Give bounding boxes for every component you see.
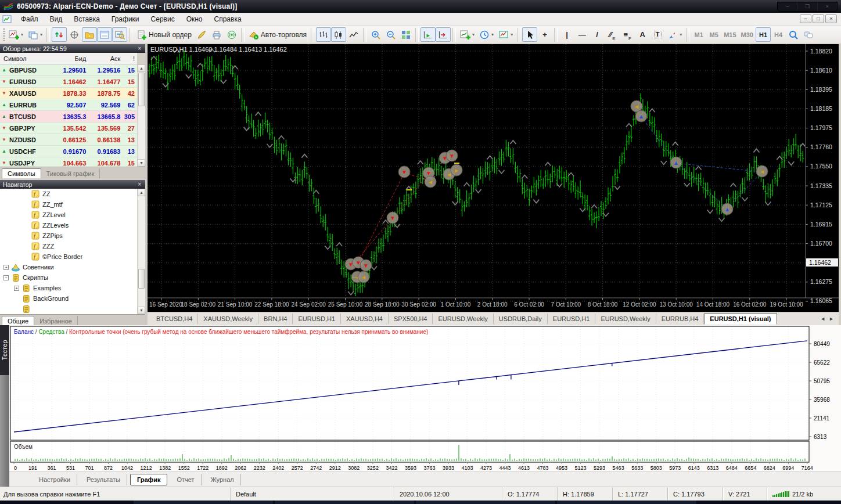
new-chart-button[interactable]: ▾	[6, 27, 26, 42]
market-watch-row-NZDUSD[interactable]: ▼NZDUSD0.661250.6613813	[0, 134, 137, 146]
chart-shift-button[interactable]	[436, 27, 451, 42]
mql5-community-button[interactable]	[224, 27, 239, 42]
text-tool-button[interactable]: A	[635, 27, 650, 42]
tree-item-ZZLevel[interactable]: fZZLevel	[0, 210, 145, 220]
chart-tab-EURUSD-H1[interactable]: EURUSD,H1	[548, 314, 596, 324]
tester-tab-результаты[interactable]: Результаты	[80, 474, 127, 485]
market-watch-row-GBPUSD[interactable]: ▲GBPUSD1.295011.2951615	[0, 64, 137, 76]
tree-item-cut[interactable]	[0, 304, 145, 314]
terminal-toggle-button[interactable]	[97, 27, 112, 42]
column-![interactable]: !	[123, 55, 137, 62]
scroll-up-icon[interactable]: ▲	[138, 189, 145, 196]
expand-plus-icon[interactable]: +	[14, 286, 19, 291]
market-watch-row-USDCHF[interactable]: ▲USDCHF0.916700.9168313	[0, 146, 137, 157]
chart-tab-XAUUSD-Weekly[interactable]: XAUUSD,Weekly	[198, 314, 258, 324]
tester-chart[interactable]: 8044965622507953596821141631301913615317…	[9, 325, 841, 471]
market-watch-tab-symbols[interactable]: Символы	[2, 168, 41, 178]
templates-list-button[interactable]: ▾	[496, 27, 515, 42]
chat-button[interactable]	[801, 27, 816, 42]
market-watch-row-XAUUSD[interactable]: ▼XAUUSD1878.331878.7542	[0, 88, 137, 99]
market-watch-row-EURUSD[interactable]: ▼EURUSD1.164621.1647715	[0, 76, 137, 88]
tree-item-ZZ[interactable]: fZZ	[0, 189, 145, 199]
menu-файл[interactable]: Файл	[15, 14, 44, 24]
tile-windows-button[interactable]	[398, 27, 414, 42]
tester-tab-журнал[interactable]: Журнал	[204, 474, 241, 485]
minimize-button[interactable]: –	[778, 2, 797, 11]
market-watch-row-EURRUB[interactable]: ▲EURRUB92.50792.56962	[0, 99, 137, 111]
menu-вид[interactable]: Вид	[44, 14, 69, 24]
navigator-tab-common[interactable]: Общие	[2, 316, 34, 326]
mdi-restore-button[interactable]: □	[813, 15, 824, 23]
chart-candles-button[interactable]	[331, 27, 346, 42]
market-watch-row-USDJPY[interactable]: ▼USDJPY104.663104.67815	[0, 157, 137, 167]
column-Бид[interactable]: Бид	[51, 55, 89, 62]
tree-item-ZZZ[interactable]: fZZZ	[0, 241, 145, 251]
metaeditor-button[interactable]	[194, 27, 209, 42]
menu-окно[interactable]: Окно	[181, 14, 209, 24]
tester-tab-график[interactable]: График	[130, 474, 168, 485]
scroll-up-icon[interactable]: ▲	[138, 64, 145, 72]
menu-сервис[interactable]: Сервис	[145, 14, 181, 24]
strategy-tester-toggle-button[interactable]	[112, 27, 127, 42]
chart-tab-USDRUB-Daily[interactable]: USDRUB,Daily	[494, 314, 548, 324]
scrollbar-thumb[interactable]	[138, 73, 145, 106]
window-controls[interactable]: –❐×	[777, 2, 838, 12]
scroll-left-icon[interactable]: ◄	[820, 316, 825, 322]
market-watch-tab-ticks[interactable]: Тиковый график	[41, 168, 100, 178]
collapse-minus-icon[interactable]: −	[3, 275, 9, 280]
tree-item-BackGround[interactable]: BackGround	[0, 293, 145, 304]
tree-item-Советники[interactable]: +Советники	[0, 262, 145, 272]
tree-item-ZZ_mtf[interactable]: fZZ_mtf	[0, 199, 145, 210]
scroll-right-icon[interactable]: ►	[829, 316, 834, 322]
tester-side-label[interactable]: Тестер	[0, 325, 9, 375]
chart-tab-XAUUSD-H4[interactable]: XAUUSD,H4	[341, 314, 389, 324]
menu-справка[interactable]: Справка	[209, 14, 247, 24]
scrollbar-thumb[interactable]	[138, 269, 145, 289]
close-icon[interactable]: ×	[136, 46, 142, 52]
close-button[interactable]: ×	[817, 2, 837, 11]
column-Символ[interactable]: Символ	[0, 55, 51, 62]
chart-tab-EURUSD-H1[interactable]: EURUSD,H1	[293, 314, 341, 324]
mdi-minimize-button[interactable]: –	[800, 15, 811, 23]
navigator-scrollbar[interactable]: ▲ ▼	[137, 189, 145, 314]
market-watch-scrollbar[interactable]: ▲ ▼	[137, 64, 145, 167]
profiles-button[interactable]: ▾	[26, 27, 45, 42]
auto-scroll-button[interactable]	[420, 27, 436, 42]
tester-tab-отчет[interactable]: Отчет	[170, 474, 201, 485]
indicators-list-button[interactable]: ▾	[458, 27, 477, 42]
tree-item-Examples[interactable]: +Examples	[0, 283, 145, 293]
mdi-close-button[interactable]: ×	[825, 15, 837, 23]
market-watch-row-GBPJPY[interactable]: ▼GBPJPY135.542135.56927	[0, 123, 137, 134]
trendline-tool-button[interactable]: /	[590, 27, 605, 42]
price-chart[interactable]: ▼▼▼◄◄▼▼▼◄▼▼◄►◄▲▲▲◄1.188201.186101.183951…	[148, 44, 839, 312]
data-window-button[interactable]	[67, 27, 82, 42]
vline-tool-button[interactable]: |	[559, 27, 574, 42]
chart-print-button[interactable]	[209, 27, 224, 42]
arrows-tool-button[interactable]: ▾	[665, 27, 684, 42]
chart-tab-EURUSD-Weekly[interactable]: EURUSD,Weekly	[433, 314, 493, 324]
cursor-tool-button[interactable]	[522, 27, 537, 42]
crosshair-tool-button[interactable]: +	[537, 27, 552, 42]
tree-item-Скрипты[interactable]: −Скрипты	[0, 272, 145, 283]
menu-вставка[interactable]: Вставка	[68, 14, 106, 24]
autotrading-button[interactable]: Авто-торговля	[246, 27, 309, 42]
expand-plus-icon[interactable]: +	[3, 265, 9, 270]
fibo-tool-button[interactable]: ≡F	[620, 27, 635, 42]
market-watch-row-BTCUSD[interactable]: ▲BTCUSD13635.313665.8305	[0, 111, 137, 123]
column-Аск[interactable]: Аск	[89, 55, 123, 62]
menu-графики[interactable]: Графики	[106, 14, 145, 24]
zoom-out-button[interactable]	[383, 27, 398, 42]
new-order-button[interactable]: Новый ордер	[134, 27, 194, 42]
search-button[interactable]	[786, 27, 801, 42]
hline-tool-button[interactable]: —	[574, 27, 590, 42]
market-watch-toggle-button[interactable]	[52, 27, 67, 42]
label-tool-button[interactable]: T	[650, 27, 665, 42]
close-icon[interactable]: ×	[136, 182, 142, 188]
chart-tab-EURUSD-H1-visual-[interactable]: EURUSD,H1 (visual)	[704, 313, 777, 325]
chart-tab-BRN-H4[interactable]: BRN,H4	[258, 314, 293, 324]
channel-tool-button[interactable]: ∕∕E	[605, 27, 620, 42]
maximize-button[interactable]: ❐	[797, 2, 817, 11]
chart-tab-SPX500-H4[interactable]: SPX500,H4	[389, 314, 433, 324]
tree-item-ZZPips[interactable]: fZZPips	[0, 231, 145, 241]
navigator-toggle-button[interactable]	[82, 27, 97, 42]
